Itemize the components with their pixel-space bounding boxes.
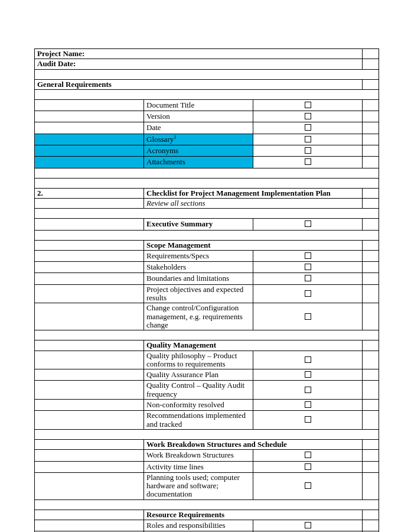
checkbox-cell[interactable] [253,381,363,400]
item-label: Change control/Configuration management,… [144,303,253,330]
row-section-2-sub: Review all sections [35,198,379,208]
row-wbs-title: Work Breakdown Structures and Schedule [35,439,379,449]
checkbox-cell[interactable] [253,303,363,330]
checkbox-cell[interactable] [253,351,363,369]
list-item: Recommendations implemented and tracked [35,411,379,430]
checkbox-icon [305,252,311,259]
checkbox-cell[interactable] [253,122,363,134]
checkbox-icon [305,102,311,108]
checkbox-icon [305,136,311,142]
checkbox-icon [305,522,311,528]
project-name-label: Project Name: [35,49,363,59]
checkbox-cell[interactable] [253,111,363,122]
item-label: Non-conformity resolved [144,400,253,411]
checkbox-cell[interactable] [253,219,363,230]
row-scope-title: Scope Management [35,240,379,250]
checkbox-cell[interactable] [253,411,363,430]
item-label: Roles and responsibilities [144,520,253,531]
item-label: Acronyms [144,145,253,157]
checkbox-icon [305,113,311,119]
checkbox-cell[interactable] [253,273,363,284]
list-item: Quality philosophy – Product conforms to… [35,351,379,369]
list-item: Quality Control – Quality Audit frequenc… [35,381,379,400]
section-subtitle: Review all sections [144,198,363,208]
row-project-name: Project Name: [35,49,379,59]
list-item: Quality Assurance Plan [35,369,379,381]
row-audit-date: Audit Date: [35,59,379,69]
row-glossary: Glossary1 [35,134,379,145]
section-title: Checklist for Project Management Impleme… [144,188,363,198]
checkbox-cell[interactable] [253,369,363,381]
list-item: Project objectives and expected results [35,284,379,303]
list-item: Requirements/Specs [35,250,379,261]
row-acronyms: Acronyms [35,145,379,157]
item-label: Activity time lines [144,461,253,472]
item-label: Work Breakdown Structures [144,450,253,461]
checkbox-icon [305,147,311,154]
checkbox-icon [305,416,311,423]
checkbox-cell[interactable] [253,400,363,411]
checkbox-cell[interactable] [253,262,363,273]
exec-summary-label: Executive Summary [144,219,253,230]
list-item: Stakeholders [35,262,379,273]
item-label: Quality Assurance Plan [144,369,253,381]
checkbox-cell[interactable] [253,250,363,261]
row-general-req-title: General Requirements [35,79,379,89]
item-label: Requirements/Specs [144,250,253,261]
item-label: Planning tools used; computer hardware a… [144,472,253,499]
audit-form-table: Project Name: Audit Date: General Requir… [34,48,379,532]
row-quality-title: Quality Management [35,340,379,351]
general-req-title: General Requirements [35,79,363,89]
resource-title: Resource Requirements [144,510,363,520]
item-label: Project objectives and expected results [144,284,253,303]
checkbox-cell[interactable] [253,99,363,111]
section-number: 2. [35,188,144,198]
row-exec-summary: Executive Summary [35,219,379,230]
checkbox-cell[interactable] [253,450,363,461]
checkbox-icon [305,158,311,165]
item-label: Document Title [144,99,253,111]
list-item: Activity time lines [35,461,379,472]
list-item: Roles and responsibilities [35,520,379,531]
checkbox-cell[interactable] [253,520,363,531]
quality-title: Quality Management [144,340,363,351]
list-item: Change control/Configuration management,… [35,303,379,330]
item-label: Boundaries and limitations [144,273,253,284]
row-resource-title: Resource Requirements [35,510,379,520]
checkbox-icon [305,452,311,458]
audit-date-label: Audit Date: [35,59,363,69]
checkbox-icon [305,275,311,281]
checkbox-cell[interactable] [253,461,363,472]
item-label: Attachments [144,157,253,168]
list-item: Boundaries and limitations [35,273,379,284]
checkbox-cell[interactable] [253,472,363,499]
checkbox-cell[interactable] [253,134,363,145]
checkbox-icon [305,290,311,297]
list-item: Non-conformity resolved [35,400,379,411]
checkbox-icon [305,482,311,489]
row-date: Date [35,122,379,134]
item-label: Glossary1 [144,134,253,145]
checkbox-cell[interactable] [253,157,363,168]
checkbox-icon [305,401,311,408]
item-label: Quality Control – Quality Audit frequenc… [144,381,253,400]
item-label: Stakeholders [144,262,253,273]
row-attachments: Attachments [35,157,379,168]
audit-date-value[interactable] [363,59,379,69]
list-item: Work Breakdown Structures [35,450,379,461]
checkbox-cell[interactable] [253,145,363,157]
item-label: Date [144,122,253,134]
item-label: Version [144,111,253,122]
checkbox-cell[interactable] [253,284,363,303]
wbs-title: Work Breakdown Structures and Schedule [144,439,363,449]
checkbox-icon [305,313,311,320]
checkbox-icon [305,356,311,363]
item-label: Quality philosophy – Product conforms to… [144,351,253,369]
project-name-value[interactable] [363,49,379,59]
row-doc-title: Document Title [35,99,379,111]
row-section-2: 2. Checklist for Project Management Impl… [35,188,379,198]
checkbox-icon [305,264,311,270]
scope-title: Scope Management [144,240,363,250]
list-item: Planning tools used; computer hardware a… [35,472,379,499]
checkbox-icon [305,124,311,131]
